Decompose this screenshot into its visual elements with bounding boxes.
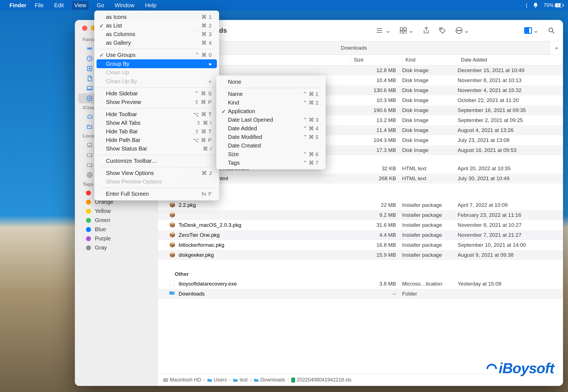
menu-item-hide-sidebar[interactable]: Hide Sidebar⌃ ⌘ S bbox=[97, 89, 217, 98]
tag-dot-icon bbox=[86, 218, 91, 223]
notification-icon[interactable] bbox=[532, 2, 539, 8]
tag-gray[interactable]: Gray bbox=[78, 243, 155, 252]
menu-item-use-groups[interactable]: ✓Use Groups⌃ ⌘ 0 bbox=[97, 51, 217, 59]
menu-item-hide-toolbar[interactable]: Hide Toolbar⌥ ⌘ T bbox=[97, 110, 217, 119]
menu-view[interactable]: View bbox=[72, 1, 88, 10]
menu-item-enter-full-screen[interactable]: Enter Full Screenfn F bbox=[97, 190, 217, 198]
file-row[interactable]: 📦ZeroTier One.pkg4.4 MBInstaller package… bbox=[158, 230, 563, 240]
menu-item-as-list[interactable]: ✓as List⌘ 2 bbox=[97, 21, 217, 30]
menu-item-show-all-tabs[interactable]: Show All Tabs⇧ ⌘ \ bbox=[97, 119, 217, 127]
file-icon: 📦 bbox=[169, 212, 176, 218]
file-row[interactable]: iboysoftdatarecovery.exe3.8 MBMicroso…li… bbox=[158, 279, 563, 289]
share-button[interactable] bbox=[420, 26, 432, 35]
path-icon bbox=[163, 378, 168, 382]
control-center-icon[interactable]: ⟨ bbox=[526, 2, 528, 9]
svg-line-31 bbox=[552, 32, 554, 33]
column-size[interactable]: Size bbox=[351, 55, 402, 65]
groupby-date-added[interactable]: Date Added⌃ ⌘ 4 bbox=[219, 124, 323, 133]
path-segment[interactable]: Users bbox=[207, 377, 227, 383]
view-menu-dropdown: as Icons⌘ 1✓as List⌘ 2as Columns⌘ 3as Ga… bbox=[94, 11, 219, 200]
svg-rect-20 bbox=[404, 28, 406, 30]
svg-rect-45 bbox=[291, 378, 295, 383]
watermark-logo: iBoysoft bbox=[486, 360, 554, 376]
svg-point-25 bbox=[457, 30, 458, 31]
menu-item-as-icons[interactable]: as Icons⌘ 1 bbox=[97, 13, 217, 21]
view-mode-button[interactable]: ⌄ bbox=[373, 26, 393, 35]
groupby-name[interactable]: Name⌃ ⌘ 1 bbox=[219, 90, 323, 98]
menu-item-as-gallery[interactable]: as Gallery⌘ 4 bbox=[97, 39, 217, 47]
menu-item-show-preview[interactable]: Show Preview⇧ ⌘ P bbox=[97, 98, 217, 106]
groupby-date-created[interactable]: Date Created bbox=[219, 141, 323, 150]
file-icon: 📦 bbox=[169, 242, 176, 248]
cloud-icon bbox=[86, 113, 93, 120]
menu-item-show-view-options[interactable]: Show View Options⌘ J bbox=[97, 169, 217, 177]
group-header-other: Other bbox=[158, 268, 563, 279]
groupby-size[interactable]: Size⌃ ⌘ 6 bbox=[219, 150, 323, 159]
file-icon bbox=[169, 281, 176, 287]
close-button[interactable] bbox=[82, 26, 87, 31]
menu-item-hide-tab-bar[interactable]: Hide Tab Bar⇧ ⌘ T bbox=[97, 127, 217, 136]
menu-file[interactable]: File bbox=[32, 1, 46, 10]
menu-window[interactable]: Window bbox=[113, 1, 137, 10]
path-icon bbox=[291, 378, 295, 383]
path-icon bbox=[254, 378, 259, 382]
search-button[interactable] bbox=[545, 26, 557, 35]
path-segment[interactable]: 20220408041942218.xls bbox=[291, 377, 351, 383]
menu-go[interactable]: Go bbox=[95, 1, 106, 10]
battery-indicator[interactable]: 75% bbox=[544, 2, 564, 8]
file-icon: 📦 bbox=[169, 252, 176, 258]
groupby-date-modified[interactable]: Date Modified⌃ ⌘ 5 bbox=[219, 133, 323, 141]
menu-edit[interactable]: Edit bbox=[52, 1, 66, 10]
checkmark-icon: ✓ bbox=[99, 52, 104, 58]
tag-dot-icon bbox=[86, 200, 91, 205]
menu-item-clean-up: Clean Up bbox=[97, 68, 217, 77]
doc-icon bbox=[86, 75, 93, 82]
tag-purple[interactable]: Purple bbox=[78, 234, 155, 243]
tag-green[interactable]: Green bbox=[78, 216, 155, 225]
tags-button[interactable] bbox=[436, 26, 449, 35]
tag-yellow[interactable]: Yellow bbox=[78, 207, 155, 216]
svg-rect-43 bbox=[169, 281, 174, 287]
disk-icon bbox=[86, 161, 93, 169]
svg-rect-44 bbox=[163, 378, 168, 382]
svg-point-14 bbox=[91, 166, 92, 166]
file-row[interactable]: Downloads--Folder bbox=[158, 289, 563, 299]
column-kind[interactable]: Kind bbox=[402, 55, 458, 65]
app-name[interactable]: Finder bbox=[9, 2, 26, 9]
menu-item-customize-toolbar-[interactable]: Customize Toolbar… bbox=[97, 157, 217, 165]
groupby-application[interactable]: ✓Application bbox=[219, 107, 323, 116]
svg-rect-2 bbox=[563, 4, 564, 6]
file-row[interactable]: 📦diskgeeker.pkg15.9 MBInstaller packageA… bbox=[158, 250, 563, 260]
path-segment[interactable]: test bbox=[233, 377, 248, 383]
svg-rect-21 bbox=[400, 31, 403, 34]
path-segment[interactable]: Downloads bbox=[254, 377, 285, 383]
menu-item-clean-up-by: Clean Up By▸ bbox=[97, 77, 217, 86]
chevron-updown-icon: ⌄ bbox=[385, 27, 390, 34]
menu-item-as-columns[interactable]: as Columns⌘ 3 bbox=[97, 30, 217, 39]
groupby-none[interactable]: None bbox=[219, 78, 323, 86]
disk-icon bbox=[86, 151, 93, 159]
file-row[interactable]: 📦ToDesk_macOS_2.0.3.pkg31.6 MBInstaller … bbox=[158, 220, 563, 230]
groupby-date-last-opened[interactable]: Date Last Opened⌃ ⌘ 3 bbox=[219, 116, 323, 124]
menu-item-hide-path-bar[interactable]: Hide Path Bar⌥ ⌘ P bbox=[97, 136, 217, 144]
preview-button[interactable]: ⌄ bbox=[521, 26, 541, 35]
group-button[interactable]: ⌄ bbox=[397, 26, 417, 35]
tag-blue[interactable]: Blue bbox=[78, 225, 155, 234]
menu-help[interactable]: Help bbox=[143, 1, 159, 10]
folder-icon bbox=[86, 123, 93, 130]
path-segment[interactable]: Macintosh HD bbox=[163, 377, 201, 383]
file-row[interactable]: 📦9.2 MBInstaller packageFebruary 23, 202… bbox=[158, 210, 563, 220]
file-row[interactable]: 📦2.2.pkg22 MBInstaller packageApril 7, 2… bbox=[158, 200, 563, 210]
menu-item-show-status-bar[interactable]: Show Status Bar⌘ / bbox=[97, 144, 217, 153]
action-button[interactable]: ⌄ bbox=[453, 26, 472, 35]
groupby-kind[interactable]: Kind⌃ ⌘ 2 bbox=[219, 98, 323, 107]
column-date[interactable]: Date Added bbox=[458, 55, 563, 65]
svg-rect-22 bbox=[404, 31, 406, 34]
menu-item-show-preview-options: Show Preview Options bbox=[97, 177, 217, 186]
groupby-tags[interactable]: Tags⌃ ⌘ 7 bbox=[219, 159, 323, 167]
new-tab-button[interactable]: ＋ bbox=[550, 41, 563, 55]
network-icon bbox=[86, 171, 93, 179]
svg-rect-29 bbox=[529, 28, 531, 33]
menu-item-group-by[interactable]: Group By▸ bbox=[97, 59, 217, 68]
file-row[interactable]: 📦bitlockerformac.pkg16.8 MBInstaller pac… bbox=[158, 240, 563, 250]
